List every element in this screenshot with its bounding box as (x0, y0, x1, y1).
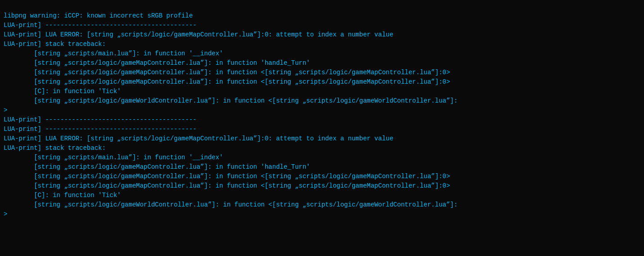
console-line-13: LUA-print] -----------------------------… (4, 125, 640, 134)
console-line-12: LUA-print] -----------------------------… (4, 115, 640, 125)
console-line-22: [string „scripts/logic/gameWorldControll… (4, 200, 640, 210)
console-line-0: libpng warning: iCCP: known incorrect sR… (4, 11, 640, 21)
console-line-1: LUA-print] -----------------------------… (4, 21, 640, 30)
console-line-8: [string „scripts/logic/gameMapController… (4, 77, 640, 87)
console-line-17: [string „scripts/main.lua”]: in function… (4, 153, 640, 162)
console-line-6: [string „scripts/logic/gameMapController… (4, 58, 640, 68)
console-line-19: [string „scripts/logic/gameMapController… (4, 172, 640, 181)
console-line-9: [C]: in function 'Tick' (4, 87, 640, 96)
console-line-23: > (4, 210, 640, 219)
console-line-5: [string „scripts/main.lua”]: in function… (4, 49, 640, 58)
console-line-21: [C]: in function 'Tick' (4, 191, 640, 200)
console-line-16: LUA-print] stack traceback: (4, 144, 640, 153)
console-line-14: LUA-print] LUA ERROR: [string „scripts/l… (4, 134, 640, 144)
console-line-4: LUA-print] stack traceback: (4, 40, 640, 49)
console-line-10: [string „scripts/logic/gameWorldControll… (4, 96, 640, 106)
console-line-20: [string „scripts/logic/gameMapController… (4, 181, 640, 191)
console-line-7: [string „scripts/logic/gameMapController… (4, 68, 640, 77)
console-line-11: > (4, 106, 640, 115)
console-line-2: LUA-print] LUA ERROR: [string „scripts/l… (4, 30, 640, 40)
console-output: libpng warning: iCCP: known incorrect sR… (4, 2, 640, 219)
console-line-18: [string „scripts/logic/gameMapController… (4, 162, 640, 172)
